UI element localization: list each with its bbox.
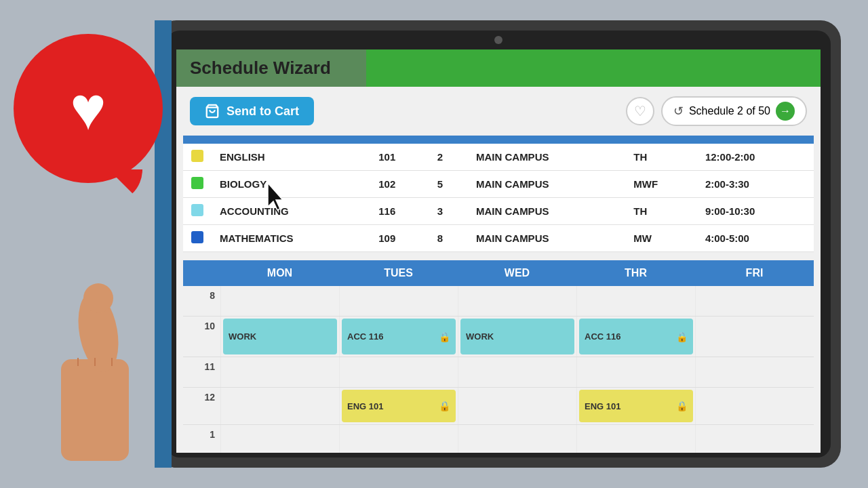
laptop-screen-outer: Schedule Wizard Send to Cart bbox=[166, 30, 831, 458]
heart-speech-icon: ♥ bbox=[70, 78, 106, 139]
time-label-12: 12 bbox=[183, 388, 220, 424]
table-row: BIOLOGY 102 5 MAIN CAMPUS MWF 2:00-3:30 bbox=[183, 171, 814, 198]
cal-cell-mon-9: WORK bbox=[220, 317, 339, 357]
table-row: ENGLISH 101 2 MAIN CAMPUS TH 12:00-2:00 bbox=[183, 144, 814, 171]
time-label-1: 1 bbox=[183, 425, 220, 453]
cal-row-12: 12 ENG 101 🔒 ENG 10 bbox=[183, 388, 814, 425]
course-name: ACCOUNTING bbox=[212, 198, 370, 225]
cal-cell-mon-8 bbox=[220, 286, 339, 316]
cal-cell-wed-12 bbox=[458, 388, 576, 424]
toolbar: Send to Cart ♡ ↺ Schedule 2 of 50 → bbox=[176, 87, 821, 136]
acc-event-thu: ACC 116 🔒 bbox=[579, 319, 693, 354]
next-schedule-arrow[interactable]: → bbox=[776, 102, 795, 121]
time-label-11: 11 bbox=[183, 357, 220, 387]
acc-event-tue-label: ACC 116 bbox=[347, 331, 383, 342]
course-number: 102 bbox=[370, 171, 429, 198]
send-to-cart-label: Send to Cart bbox=[226, 104, 299, 119]
speech-bubble: ♥ bbox=[14, 34, 163, 183]
svg-point-3 bbox=[83, 283, 113, 313]
eng-event-tue: ENG 101 🔒 bbox=[342, 390, 456, 422]
calendar-body: 8 10 WORK bbox=[183, 286, 814, 453]
lock-icon-acc-tue: 🔒 bbox=[439, 331, 450, 342]
course-days: TH bbox=[625, 198, 697, 225]
send-to-cart-button[interactable]: Send to Cart bbox=[190, 97, 314, 125]
eng-event-thu: ENG 101 🔒 bbox=[579, 390, 693, 422]
cal-cell-tue-11 bbox=[339, 357, 458, 387]
thumbs-up-graphic bbox=[41, 278, 163, 481]
cal-row-1: 1 bbox=[183, 425, 814, 453]
header-left: Schedule Wizard bbox=[176, 49, 366, 87]
cal-cell-thu-12: ENG 101 🔒 bbox=[576, 388, 695, 424]
course-name: MATHEMATICS bbox=[212, 225, 370, 252]
course-table: ENGLISH 101 2 MAIN CAMPUS TH 12:00-2:00 … bbox=[183, 136, 814, 252]
cal-cell-mon-1 bbox=[220, 425, 339, 453]
cal-cell-fri-1 bbox=[695, 425, 814, 453]
course-time: 9:00-10:30 bbox=[697, 198, 814, 225]
course-color-dot bbox=[191, 177, 203, 189]
lock-icon-eng-thu: 🔒 bbox=[676, 401, 688, 411]
app-container: Schedule Wizard Send to Cart bbox=[176, 49, 821, 453]
wed-header: WED bbox=[458, 260, 576, 286]
cart-icon bbox=[205, 104, 220, 119]
eng-event-tue-label: ENG 101 bbox=[347, 401, 383, 411]
calendar-section: MON TUES WED THR FRI 8 bbox=[183, 260, 814, 453]
course-number: 101 bbox=[370, 144, 429, 171]
cal-cell-thu-1 bbox=[576, 425, 695, 453]
course-color-dot bbox=[191, 150, 203, 162]
mon-header: MON bbox=[220, 260, 339, 286]
course-color-dot bbox=[191, 231, 203, 243]
cal-row-11: 11 bbox=[183, 357, 814, 388]
cal-cell-tue-9: ACC 116 🔒 bbox=[339, 317, 458, 357]
cal-cell-thu-8 bbox=[576, 286, 695, 316]
course-campus: MAIN CAMPUS bbox=[468, 171, 625, 198]
fri-header: FRI bbox=[695, 260, 814, 286]
toolbar-right: ♡ ↺ Schedule 2 of 50 → bbox=[626, 96, 807, 126]
course-section: 2 bbox=[429, 144, 468, 171]
laptop-screen: Schedule Wizard Send to Cart bbox=[176, 49, 821, 453]
cal-cell-fri-11 bbox=[695, 357, 814, 387]
thu-header: THR bbox=[576, 260, 695, 286]
laptop-body: Schedule Wizard Send to Cart bbox=[156, 20, 841, 468]
course-time: 2:00-3:30 bbox=[697, 171, 814, 198]
calendar-header: MON TUES WED THR FRI bbox=[183, 260, 814, 286]
arrow-right-icon: → bbox=[780, 105, 791, 117]
course-campus: MAIN CAMPUS bbox=[468, 198, 625, 225]
eng-event-thu-label: ENG 101 bbox=[585, 401, 620, 411]
work-event-wed-label: WORK bbox=[466, 331, 494, 342]
course-section: 5 bbox=[429, 171, 468, 198]
cal-cell-mon-12 bbox=[220, 388, 339, 424]
acc-event-thu-label: ACC 116 bbox=[585, 331, 620, 342]
cal-cell-tue-12: ENG 101 🔒 bbox=[339, 388, 458, 424]
time-column-header bbox=[183, 260, 220, 286]
cal-cell-thu-11 bbox=[576, 357, 695, 387]
work-event-mon: WORK bbox=[223, 319, 337, 354]
cal-cell-fri-8 bbox=[695, 286, 814, 316]
course-days: TH bbox=[625, 144, 697, 171]
time-label-9: 10 bbox=[183, 317, 220, 357]
thumbs-up-svg bbox=[41, 278, 149, 468]
cal-cell-wed-9: WORK bbox=[458, 317, 576, 357]
work-event-wed: WORK bbox=[460, 319, 574, 354]
schedule-nav-label: Schedule 2 of 50 bbox=[689, 105, 770, 117]
course-time: 4:00-5:00 bbox=[697, 225, 814, 252]
work-event-mon-label: WORK bbox=[229, 331, 256, 342]
header-right bbox=[366, 49, 821, 87]
cal-cell-fri-12 bbox=[695, 388, 814, 424]
cal-cell-fri-9 bbox=[695, 317, 814, 357]
course-name: BIOLOGY bbox=[212, 171, 370, 198]
course-name: ENGLISH bbox=[212, 144, 370, 171]
tue-header: TUES bbox=[339, 260, 458, 286]
course-number: 109 bbox=[370, 225, 429, 252]
cal-cell-mon-11 bbox=[220, 357, 339, 387]
course-days: MWF bbox=[625, 171, 697, 198]
course-color-dot bbox=[191, 204, 203, 216]
cal-cell-wed-11 bbox=[458, 357, 576, 387]
course-section: 3 bbox=[429, 198, 468, 225]
table-row: MATHEMATICS 109 8 MAIN CAMPUS MW 4:00-5:… bbox=[183, 225, 814, 252]
svg-rect-1 bbox=[61, 359, 129, 461]
course-time: 12:00-2:00 bbox=[697, 144, 814, 171]
time-label-8: 8 bbox=[183, 286, 220, 316]
schedule-nav[interactable]: ↺ Schedule 2 of 50 → bbox=[661, 96, 807, 126]
cal-cell-wed-1 bbox=[458, 425, 576, 453]
heart-button[interactable]: ♡ bbox=[626, 97, 654, 125]
